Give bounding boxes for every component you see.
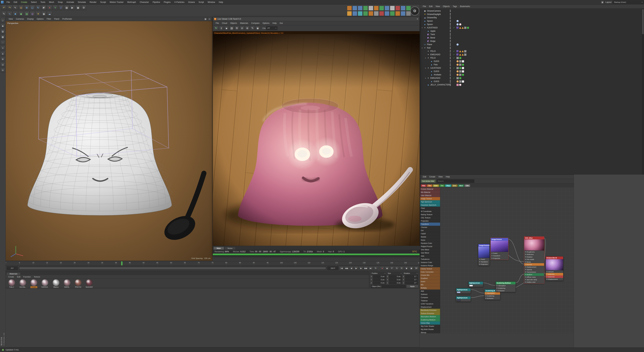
orange-tag-icon[interactable] [456, 64, 459, 66]
live-viewer-titlebar[interactable]: Live Viewer 3.08-Test4 0.0 ✕ [213, 17, 420, 21]
visibility-dots[interactable] [450, 37, 451, 39]
panel-menu-icon[interactable]: ≡ [208, 17, 211, 21]
green-tag-icon[interactable] [459, 57, 461, 59]
node-type-item[interactable]: Uber Material [420, 194, 440, 197]
object-row[interactable]: Anofado ✓ [420, 73, 642, 76]
node-type-item[interactable]: Scattering Medium [420, 318, 440, 321]
octane-toolbar-button-16[interactable] [363, 11, 368, 16]
material-picker-button[interactable]: ✎ [250, 26, 255, 31]
node-pin-roughness[interactable]: Roughness [524, 251, 544, 253]
white-tag-icon[interactable] [462, 67, 464, 69]
menu-item[interactable]: Help [271, 22, 278, 24]
object-name[interactable]: Bulge [430, 40, 436, 42]
enable-check-icon[interactable]: ✓ [453, 57, 455, 59]
record-scale-toggle[interactable]: S [394, 266, 399, 270]
node-pin-outline-color[interactable]: Outline color [524, 281, 544, 283]
record-keyframe-button[interactable]: ● [380, 266, 384, 270]
node-filter-tab[interactable]: Map [445, 184, 451, 187]
menu-item[interactable]: Plugins [162, 1, 172, 3]
material-preview[interactable] [42, 279, 48, 286]
node-pin-material1[interactable]: Material1 [546, 273, 563, 275]
model-mode-button[interactable]: ◆ [0, 24, 5, 28]
playback-rate-button[interactable]: 30 [414, 266, 418, 270]
object-row[interactable]: FELO ✓ [420, 50, 642, 53]
spline-menu-button[interactable]: ∿ [7, 11, 12, 17]
object-name[interactable]: Twist [430, 33, 435, 36]
coord-column-header[interactable]: Rotation▾ [403, 272, 418, 275]
object-row[interactable]: Apple ✓ [420, 29, 642, 33]
orange-tag-icon[interactable] [456, 70, 459, 73]
menu-item[interactable]: File [421, 5, 428, 8]
checker-tag-icon[interactable] [464, 54, 466, 56]
octane-toolbar-button-12[interactable] [406, 6, 411, 11]
pause-render-button[interactable]: ‖ [219, 26, 224, 31]
node-title[interactable]: SSS_Blue [524, 237, 544, 239]
visibility-dots[interactable] [450, 74, 451, 76]
node-filter-tab[interactable]: Gen [433, 184, 439, 187]
object-row[interactable]: OJOS ✓ [420, 70, 642, 73]
menu-item[interactable]: Tags [451, 5, 458, 8]
octane-toolbar-button-15[interactable] [358, 11, 362, 16]
checker-tag-icon[interactable] [459, 70, 461, 73]
apply-button[interactable]: Apply [406, 285, 418, 288]
material-preview[interactable] [53, 279, 59, 286]
stop-render-button[interactable]: ■ [224, 26, 229, 31]
node-pin-rotation[interactable]: Rotation [524, 256, 544, 258]
timeline-ruler[interactable]: 0510152025303540455055606570758085909510… [6, 261, 420, 265]
node-title[interactable]: RgbSpectrum [456, 296, 470, 299]
range-start-field[interactable]: 0 F [6, 266, 18, 270]
menu-item[interactable]: Window [206, 1, 217, 3]
menu-item[interactable]: Display [26, 18, 35, 20]
node-pin-specular-ramp[interactable]: Specular ramp [524, 278, 544, 281]
viewport-filter-button[interactable]: ◎ [0, 63, 5, 67]
node-type-item[interactable]: Subtract [420, 293, 440, 296]
checker-tag-icon[interactable] [459, 60, 461, 63]
menu-item[interactable]: Filter [45, 18, 53, 20]
object-name[interactable]: EMOJADO [430, 53, 440, 56]
visibility-dots[interactable] [450, 84, 451, 86]
node-type-item[interactable]: W Coordinate [420, 210, 440, 213]
node-pin-displacement[interactable]: Displacement [524, 266, 544, 268]
menu-item[interactable]: MoGraph [126, 1, 138, 3]
node-filter-tab[interactable]: Mat [421, 184, 426, 187]
node-rgb1[interactable]: RgbSpectrum [468, 281, 483, 287]
node-title[interactable]: RgbSpectrum [456, 288, 470, 291]
menu-item[interactable]: Script [197, 1, 206, 3]
render-settings-button[interactable]: ⚙ [81, 5, 86, 10]
menu-item[interactable]: Mesh [47, 1, 56, 3]
node-type-item[interactable]: Mix Material [420, 191, 440, 194]
node-title[interactable]: ImageTexture [491, 238, 508, 241]
visibility-dots[interactable] [450, 40, 451, 42]
node-pin-scattering[interactable]: Scattering [496, 287, 516, 289]
menu-item[interactable]: Options [261, 22, 271, 24]
node-type-item[interactable]: Wg Color Shader [420, 325, 440, 328]
node-filter-tab[interactable]: Emi [452, 184, 458, 187]
node-type-item[interactable]: Texture Emission [420, 312, 440, 315]
menu-item[interactable]: Help [217, 1, 225, 3]
object-name[interactable]: Anofado [434, 74, 441, 76]
array-menu-button[interactable]: ▤ [24, 11, 29, 17]
node-pin-emission[interactable]: Emission [496, 289, 516, 292]
live-select-tool-button[interactable]: ◎ [18, 5, 24, 10]
octane-logo-icon[interactable]: O [410, 6, 419, 16]
octane-toolbar-button-19[interactable] [379, 11, 384, 16]
octane-toolbar-button-6[interactable] [374, 6, 379, 11]
menu-item[interactable]: Create [7, 276, 16, 278]
node-pin-projection[interactable]: Projection [478, 263, 489, 265]
viewport-3d-view[interactable]: Perspective Grid Spacing : 100 cm [6, 21, 212, 261]
environment-menu-button[interactable]: ☀ [36, 11, 41, 17]
node-type-item[interactable]: Multiply [420, 286, 440, 289]
last-tool-button[interactable]: ◩ [41, 5, 46, 10]
expand-caret-icon[interactable]: ▾ [424, 77, 427, 79]
expand-caret-icon[interactable]: ▾ [421, 27, 423, 29]
timeline-playhead[interactable] [122, 261, 122, 265]
get-active-material-button[interactable]: Get Active Mat [420, 179, 436, 183]
node-pin-diffuse-ramp[interactable]: Diffuse ramp [524, 276, 544, 278]
menu-item[interactable]: Cloud [220, 22, 228, 24]
node-pin-film-width[interactable]: Film Width [524, 258, 544, 261]
expand-caret-icon[interactable]: ▾ [424, 57, 427, 59]
visibility-dots[interactable] [450, 64, 451, 66]
menu-item[interactable]: Edit [421, 176, 428, 178]
checker-tag-icon[interactable] [459, 64, 461, 66]
texture-mode-button[interactable]: ▨ [0, 29, 5, 34]
